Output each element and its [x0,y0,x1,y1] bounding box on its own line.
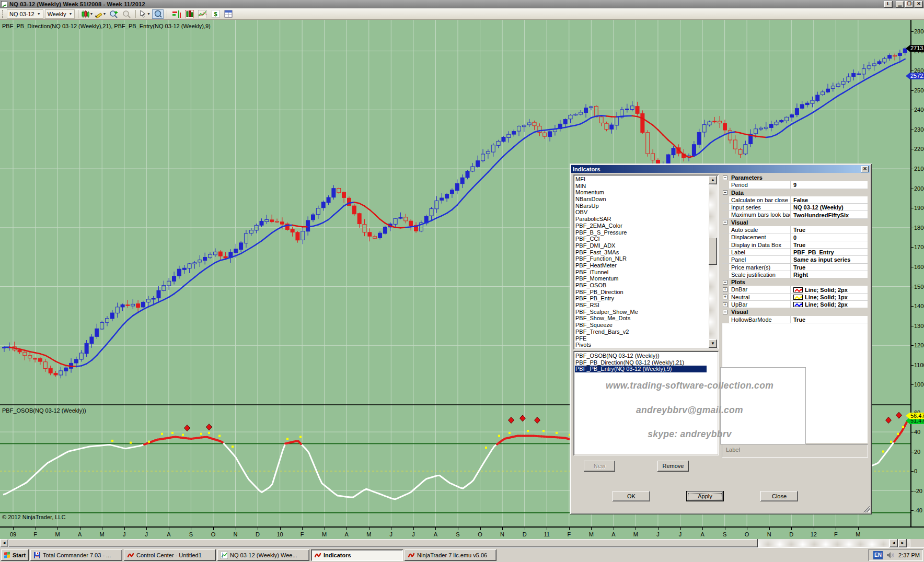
collapse-icon[interactable]: − [723,190,727,195]
indicator-list-item[interactable]: ParabolicSAR [575,216,707,223]
property-row[interactable]: +UpBarLine; Solid; 2px [722,301,868,308]
taskbar-task-5[interactable]: NinjaTrader 7 lic.emu v5.06 [405,549,496,561]
dialog-close-button[interactable]: ✕ [861,166,869,172]
indicator-list-item[interactable]: PBF_Show_Me_Dots [575,315,707,322]
expand-icon[interactable]: + [723,295,727,299]
window-titlebar[interactable]: NQ 03-12 (Weekly) Week 51/2008 - Week 11… [0,0,924,8]
property-value[interactable]: Right [791,271,868,278]
collapse-icon[interactable]: − [723,175,727,180]
indicator-list-item[interactable]: PBF_Scalper_Show_Me [575,309,707,315]
property-group-row[interactable]: −Visual [722,219,868,226]
close-button[interactable]: Close [760,491,798,501]
indicator-list-item[interactable]: PBF_PB_Entry [575,295,707,302]
ok-button[interactable]: OK [613,491,650,501]
taskbar-task-3[interactable]: NQ 03-12 (Weekly) Wee... [217,549,309,561]
period-selector[interactable]: Weekly ▼ [45,9,75,19]
indicator-list-item[interactable]: NBarsDown [575,196,707,203]
zoom-in-button[interactable] [108,9,119,19]
start-button[interactable]: Start [1,549,29,561]
chart-style-button[interactable]: ▼ [82,9,93,19]
indicator-list-item[interactable]: MIN [575,183,707,190]
scroll-thumb[interactable] [709,238,717,265]
apply-button[interactable]: Apply [686,491,724,501]
chart-window-button[interactable] [183,9,195,19]
property-row[interactable]: Calculate on bar closeFalse [722,196,868,204]
dialog-resize-grip[interactable] [863,506,870,512]
property-row[interactable]: LabelPBF_PB_Entry [722,249,868,256]
property-row[interactable]: +NeutralLine; Solid; 1px [722,294,868,301]
property-value[interactable]: TwoHundredFiftySix [791,211,868,218]
indicator-list-item[interactable]: PBF_Trend_Bars_v2 [575,329,707,335]
indicator-list-item[interactable]: Pivots [575,342,707,348]
property-row[interactable]: Period9 [722,181,868,189]
indicator-list-item[interactable]: PBF_Function_NLR [575,255,707,262]
indicator-list-item[interactable]: PBF_DMI_ADX [575,242,707,249]
link-button[interactable]: L [884,1,893,8]
instrument-selector[interactable]: NQ 03-12 ▼ [7,9,43,19]
property-row[interactable]: PanelSame as input series [722,256,868,263]
scroll-thumb[interactable] [8,539,758,547]
indicator-list-item[interactable]: NBarsUp [575,203,707,209]
indicators-dialog[interactable]: Indicators ✕ MFIMINMomentumNBarsDownNBar… [570,163,872,514]
property-row[interactable]: Scale justificationRight [722,271,868,278]
property-value[interactable]: Line; Solid; 2px [791,301,868,308]
scroll-left-button[interactable]: ◄ [0,539,8,547]
language-indicator[interactable]: EN [873,551,883,559]
remove-button[interactable]: Remove [657,461,689,472]
configured-indicator-item[interactable]: PBF_PB_Direction(NQ 03-12 (Weekly),21) [575,359,707,366]
taskbar-task-4[interactable]: Indicators [311,549,403,561]
property-row[interactable]: +DnBarLine; Solid; 2px [722,286,868,293]
indicator-list-item[interactable]: PBF_Squeeze [575,322,707,329]
toolbar-grip[interactable] [2,10,4,18]
property-row[interactable]: Maximum bars look backTwoHundredFiftySix [722,211,868,218]
indicator-list-item[interactable]: OBV [575,209,707,216]
scroll-up-button[interactable]: ▲ [709,176,717,184]
indicator-list-item[interactable]: PBF_OSOB [575,282,707,289]
scroll-forward-button[interactable]: ► [898,539,907,547]
zoom-out-button[interactable] [121,9,132,19]
available-indicators-list[interactable]: MFIMINMomentumNBarsDownNBarsUpOBVParabol… [573,174,719,349]
time-axis[interactable]: 09FMAMJJASOND10FMAMJJASOND11FMAMJJASOND1… [0,526,924,539]
price-axis[interactable]: 2800.002700.002600.002500.002400.002300.… [910,20,924,528]
list-scrollbar[interactable]: ▲ ▼ [709,176,717,348]
account-button[interactable]: $ [210,9,221,19]
collapse-icon[interactable]: − [723,280,727,285]
expand-icon[interactable]: + [723,287,727,292]
indicator-list-item[interactable]: PBF_Momentum [575,275,707,282]
property-group-row[interactable]: −Parameters [722,174,868,181]
configured-indicator-item[interactable]: PBF_OSOB(NQ 03-12 (Weekly)) [575,353,707,359]
taskbar-task-2[interactable]: Control Center - Untitled1 [124,549,216,561]
property-row[interactable]: HollowBarModeTrue [722,316,868,323]
dialog-titlebar[interactable]: Indicators ✕ [571,165,870,173]
indicator-list-item[interactable]: PBF_Fast_3MAs [575,249,707,256]
configured-indicators-list[interactable]: PBF_OSOB(NQ 03-12 (Weekly))PBF_PB_Direct… [573,351,719,455]
property-group-row[interactable]: −Data [722,189,868,196]
expand-icon[interactable]: + [723,302,727,307]
property-value[interactable]: PBF_PB_Entry [791,249,868,255]
indicator-list-item[interactable]: PBF_PB_Direction [575,289,707,296]
property-value[interactable]: Same as input series [791,256,868,263]
property-row[interactable]: Price marker(s)True [722,264,868,271]
indicator-list-item[interactable]: PBF_RSI [575,302,707,309]
close-button[interactable]: ✕ [915,1,923,8]
line-chart-button[interactable] [197,9,208,19]
indicator-list-item[interactable]: PBF_HeatMeter [575,262,707,269]
cursor-button[interactable]: ▼ [139,9,151,19]
property-row[interactable]: Display in Data BoxTrue [722,241,868,249]
property-value[interactable]: 0 [791,233,868,240]
property-value[interactable]: True [791,264,868,271]
restore-button[interactable]: ❐ [905,1,914,8]
property-value[interactable]: 9 [791,181,868,188]
property-value[interactable]: True [791,241,868,248]
property-value[interactable]: Line; Solid; 2px [791,286,868,292]
property-row[interactable]: Input seriesNQ 03-12 (Weekly) [722,204,868,211]
scroll-back-button[interactable]: ◄ [890,539,898,547]
horizontal-scrollbar[interactable]: ◄ ◄ ► [0,539,924,547]
property-row[interactable]: Displacement0 [722,233,868,241]
property-value[interactable]: Line; Solid; 1px [791,294,868,300]
property-value[interactable]: True [791,316,868,323]
property-group-row[interactable]: −Visual [722,308,868,315]
collapse-icon[interactable]: − [723,220,727,225]
property-value[interactable]: NQ 03-12 (Weekly) [791,204,868,210]
speaker-icon[interactable] [886,552,895,559]
